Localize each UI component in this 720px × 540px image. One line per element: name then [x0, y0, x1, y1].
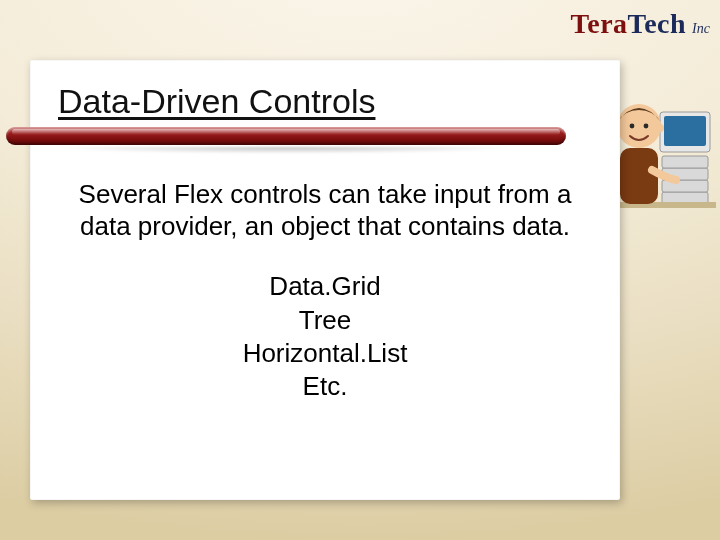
- slide-stage: Tera Tech Inc: [0, 0, 720, 540]
- top-bar: Tera Tech Inc: [0, 0, 720, 48]
- list-item: Etc.: [56, 370, 594, 403]
- logo-tech-text: Tech: [628, 8, 687, 40]
- logo-inc-text: Inc: [692, 21, 710, 37]
- mascot-icon: [606, 60, 716, 230]
- svg-rect-5: [664, 116, 706, 146]
- svg-point-10: [656, 124, 664, 132]
- slide-panel: Data-Driven Controls Several Flex contro…: [30, 60, 620, 500]
- list-item: Data.Grid: [56, 270, 594, 303]
- slide-title: Data-Driven Controls: [58, 82, 594, 121]
- svg-rect-6: [606, 202, 716, 208]
- list-item: Horizontal.List: [56, 337, 594, 370]
- title-underline-bar: [6, 127, 566, 157]
- svg-point-11: [630, 124, 635, 129]
- teratech-logo: Tera Tech Inc: [571, 8, 710, 40]
- controls-list: Data.Grid Tree Horizontal.List Etc.: [56, 270, 594, 403]
- slide-intro-text: Several Flex controls can take input fro…: [64, 179, 586, 242]
- svg-rect-3: [662, 156, 708, 168]
- list-item: Tree: [56, 304, 594, 337]
- svg-point-8: [617, 104, 661, 148]
- logo-tera-text: Tera: [571, 8, 628, 40]
- mascot-illustration: [606, 60, 716, 230]
- svg-point-12: [644, 124, 649, 129]
- svg-rect-7: [620, 148, 658, 204]
